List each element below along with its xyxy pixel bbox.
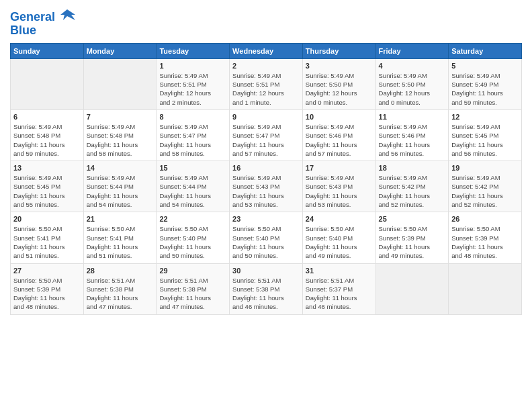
day-number: 21 — [87, 215, 154, 223]
calendar-cell: 26Sunrise: 5:50 AM Sunset: 5:39 PM Dayli… — [449, 212, 522, 263]
day-info: Sunrise: 5:49 AM Sunset: 5:43 PM Dayligh… — [232, 173, 300, 209]
logo-text-general: General — [10, 10, 55, 24]
day-info: Sunrise: 5:49 AM Sunset: 5:44 PM Dayligh… — [159, 173, 226, 209]
day-info: Sunrise: 5:51 AM Sunset: 5:38 PM Dayligh… — [232, 276, 300, 312]
day-number: 4 — [379, 62, 446, 70]
calendar-cell: 18Sunrise: 5:49 AM Sunset: 5:42 PM Dayli… — [375, 161, 449, 212]
day-number: 26 — [451, 215, 519, 223]
calendar-table: SundayMondayTuesdayWednesdayThursdayFrid… — [10, 43, 522, 315]
day-number: 18 — [379, 164, 446, 172]
calendar-cell: 25Sunrise: 5:50 AM Sunset: 5:39 PM Dayli… — [375, 212, 449, 263]
calendar-cell — [375, 263, 449, 314]
day-info: Sunrise: 5:50 AM Sunset: 5:41 PM Dayligh… — [13, 224, 81, 260]
day-number: 16 — [232, 164, 300, 172]
day-info: Sunrise: 5:50 AM Sunset: 5:41 PM Dayligh… — [87, 224, 154, 260]
day-number: 31 — [306, 267, 373, 275]
calendar-week-row: 27Sunrise: 5:50 AM Sunset: 5:39 PM Dayli… — [11, 263, 522, 314]
calendar-cell: 12Sunrise: 5:49 AM Sunset: 5:45 PM Dayli… — [449, 109, 522, 161]
day-info: Sunrise: 5:50 AM Sunset: 5:39 PM Dayligh… — [13, 276, 81, 312]
day-number: 12 — [451, 113, 519, 121]
day-number: 7 — [87, 113, 154, 121]
calendar-cell: 15Sunrise: 5:49 AM Sunset: 5:44 PM Dayli… — [157, 161, 230, 212]
calendar-cell: 20Sunrise: 5:50 AM Sunset: 5:41 PM Dayli… — [11, 212, 84, 263]
day-info: Sunrise: 5:50 AM Sunset: 5:40 PM Dayligh… — [306, 224, 373, 260]
day-number: 1 — [159, 62, 226, 70]
weekday-header-monday: Monday — [83, 43, 157, 58]
day-number: 27 — [13, 267, 81, 275]
day-info: Sunrise: 5:50 AM Sunset: 5:40 PM Dayligh… — [232, 224, 300, 260]
calendar-cell — [11, 58, 84, 109]
calendar-cell: 5Sunrise: 5:49 AM Sunset: 5:49 PM Daylig… — [449, 58, 522, 109]
calendar-cell: 24Sunrise: 5:50 AM Sunset: 5:40 PM Dayli… — [302, 212, 375, 263]
calendar-cell: 29Sunrise: 5:51 AM Sunset: 5:38 PM Dayli… — [157, 263, 230, 314]
weekday-header-tuesday: Tuesday — [157, 43, 230, 58]
weekday-header-thursday: Thursday — [302, 43, 375, 58]
logo-bird-icon — [58, 8, 77, 26]
day-info: Sunrise: 5:49 AM Sunset: 5:50 PM Dayligh… — [306, 71, 373, 107]
calendar-header-row: SundayMondayTuesdayWednesdayThursdayFrid… — [11, 43, 522, 58]
calendar-cell: 17Sunrise: 5:49 AM Sunset: 5:43 PM Dayli… — [302, 161, 375, 212]
day-info: Sunrise: 5:49 AM Sunset: 5:46 PM Dayligh… — [379, 122, 446, 158]
calendar-cell: 3Sunrise: 5:49 AM Sunset: 5:50 PM Daylig… — [302, 58, 375, 109]
calendar-cell — [83, 58, 157, 109]
calendar-cell: 1Sunrise: 5:49 AM Sunset: 5:51 PM Daylig… — [157, 58, 230, 109]
day-number: 5 — [451, 62, 519, 70]
calendar-cell: 31Sunrise: 5:51 AM Sunset: 5:37 PM Dayli… — [302, 263, 375, 314]
day-number: 28 — [87, 267, 154, 275]
day-number: 20 — [13, 215, 81, 223]
day-info: Sunrise: 5:50 AM Sunset: 5:40 PM Dayligh… — [159, 224, 226, 260]
calendar-week-row: 1Sunrise: 5:49 AM Sunset: 5:51 PM Daylig… — [11, 58, 522, 109]
day-number: 3 — [306, 62, 373, 70]
day-info: Sunrise: 5:49 AM Sunset: 5:45 PM Dayligh… — [13, 173, 81, 209]
day-info: Sunrise: 5:50 AM Sunset: 5:39 PM Dayligh… — [379, 224, 446, 260]
calendar-week-row: 20Sunrise: 5:50 AM Sunset: 5:41 PM Dayli… — [11, 212, 522, 263]
calendar-cell: 16Sunrise: 5:49 AM Sunset: 5:43 PM Dayli… — [230, 161, 303, 212]
day-info: Sunrise: 5:51 AM Sunset: 5:37 PM Dayligh… — [306, 276, 373, 312]
calendar-cell: 22Sunrise: 5:50 AM Sunset: 5:40 PM Dayli… — [157, 212, 230, 263]
day-number: 22 — [159, 215, 226, 223]
day-info: Sunrise: 5:50 AM Sunset: 5:39 PM Dayligh… — [451, 224, 519, 260]
calendar-cell — [449, 263, 522, 314]
logo: General Blue — [10, 9, 77, 38]
day-number: 17 — [306, 164, 373, 172]
calendar-cell: 11Sunrise: 5:49 AM Sunset: 5:46 PM Dayli… — [375, 109, 449, 161]
day-info: Sunrise: 5:49 AM Sunset: 5:43 PM Dayligh… — [306, 173, 373, 209]
day-number: 11 — [379, 113, 446, 121]
day-number: 10 — [306, 113, 373, 121]
day-info: Sunrise: 5:49 AM Sunset: 5:49 PM Dayligh… — [451, 71, 519, 107]
calendar-cell: 13Sunrise: 5:49 AM Sunset: 5:45 PM Dayli… — [11, 161, 84, 212]
day-number: 15 — [159, 164, 226, 172]
day-number: 2 — [232, 62, 300, 70]
day-info: Sunrise: 5:49 AM Sunset: 5:46 PM Dayligh… — [306, 122, 373, 158]
svg-marker-0 — [60, 9, 75, 20]
day-number: 23 — [232, 215, 300, 223]
day-number: 24 — [306, 215, 373, 223]
day-number: 19 — [451, 164, 519, 172]
day-number: 8 — [159, 113, 226, 121]
calendar-cell: 27Sunrise: 5:50 AM Sunset: 5:39 PM Dayli… — [11, 263, 84, 314]
day-number: 29 — [159, 267, 226, 275]
page-header: General Blue — [10, 7, 522, 38]
calendar-cell: 6Sunrise: 5:49 AM Sunset: 5:48 PM Daylig… — [11, 109, 84, 161]
day-number: 25 — [379, 215, 446, 223]
day-info: Sunrise: 5:51 AM Sunset: 5:38 PM Dayligh… — [159, 276, 226, 312]
day-info: Sunrise: 5:49 AM Sunset: 5:45 PM Dayligh… — [451, 122, 519, 158]
day-number: 9 — [232, 113, 300, 121]
calendar-week-row: 6Sunrise: 5:49 AM Sunset: 5:48 PM Daylig… — [11, 109, 522, 161]
calendar-cell: 4Sunrise: 5:49 AM Sunset: 5:50 PM Daylig… — [375, 58, 449, 109]
day-info: Sunrise: 5:49 AM Sunset: 5:48 PM Dayligh… — [13, 122, 81, 158]
day-info: Sunrise: 5:49 AM Sunset: 5:47 PM Dayligh… — [232, 122, 300, 158]
logo-text-blue: Blue — [10, 24, 77, 38]
calendar-cell: 21Sunrise: 5:50 AM Sunset: 5:41 PM Dayli… — [83, 212, 157, 263]
calendar-cell: 7Sunrise: 5:49 AM Sunset: 5:48 PM Daylig… — [83, 109, 157, 161]
weekday-header-sunday: Sunday — [11, 43, 84, 58]
calendar-cell: 14Sunrise: 5:49 AM Sunset: 5:44 PM Dayli… — [83, 161, 157, 212]
day-info: Sunrise: 5:49 AM Sunset: 5:42 PM Dayligh… — [451, 173, 519, 209]
day-info: Sunrise: 5:49 AM Sunset: 5:44 PM Dayligh… — [87, 173, 154, 209]
calendar-cell: 19Sunrise: 5:49 AM Sunset: 5:42 PM Dayli… — [449, 161, 522, 212]
weekday-header-friday: Friday — [375, 43, 449, 58]
day-info: Sunrise: 5:49 AM Sunset: 5:50 PM Dayligh… — [379, 71, 446, 107]
calendar-cell: 10Sunrise: 5:49 AM Sunset: 5:46 PM Dayli… — [302, 109, 375, 161]
calendar-cell: 28Sunrise: 5:51 AM Sunset: 5:38 PM Dayli… — [83, 263, 157, 314]
calendar-cell: 9Sunrise: 5:49 AM Sunset: 5:47 PM Daylig… — [230, 109, 303, 161]
